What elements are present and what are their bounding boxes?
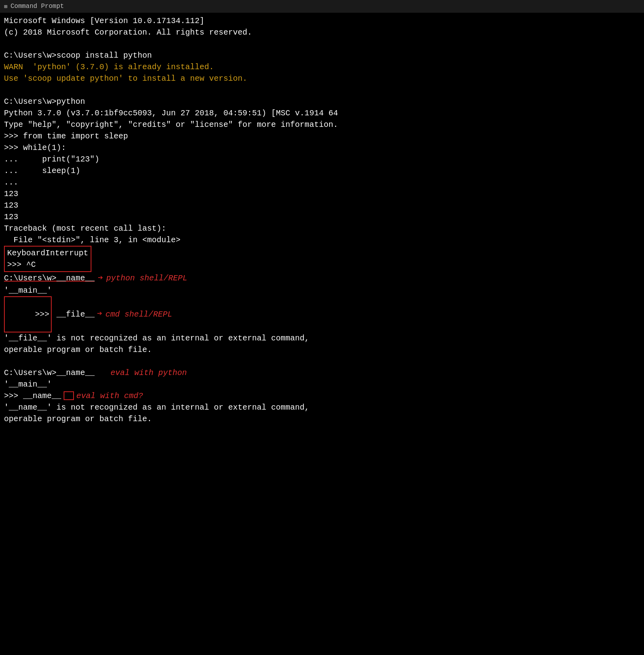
keyboard-interrupt-text: KeyboardInterrupt (7, 249, 88, 258)
blank-after-file (4, 356, 640, 367)
console-output: Microsoft Windows [Version 10.0.17134.11… (0, 13, 644, 427)
file-not-recognized: '__file__' is not recognized as an inter… (4, 332, 640, 344)
titlebar-title: Command Prompt (10, 3, 64, 10)
copyright-line: (c) 2018 Microsoft Corporation. All righ… (4, 27, 640, 38)
cmd-repl-annotation: cmd shell/REPL (105, 309, 172, 320)
name-cmd-text: C:\Users\w>__name__ (4, 272, 95, 284)
blank2 (4, 84, 640, 96)
warn2-line: Use 'scoop update python' to install a n… (4, 73, 640, 84)
ellipsis-line: ... (4, 177, 640, 188)
out1-line: 123 (4, 188, 640, 200)
keyboard-interrupt-block: KeyboardInterrupt >>> ^C (4, 246, 91, 272)
blank1 (4, 38, 640, 50)
scoop-cmd-line: C:\Users\w>scoop install python (4, 50, 640, 61)
titlebar: ⊞ Command Prompt (0, 0, 644, 13)
operable1-line: operable program or batch file. (4, 344, 640, 356)
while1-line: >>> while(1): (4, 142, 640, 154)
file-prompt-text: __file__ (52, 309, 95, 320)
version-line: Microsoft Windows [Version 10.0.17134.11… (4, 15, 640, 27)
main-output2: '__main__' (4, 379, 640, 390)
eval-python-annotation: eval with python (111, 367, 187, 379)
cmd-icon: ⊞ (4, 3, 7, 10)
right-arrow-icon2: ➔ (97, 308, 102, 321)
file-arrow-row: >>> __file__ ➔ cmd shell/REPL (4, 296, 640, 332)
python-cmd-line: C:\Users\w>python (4, 96, 640, 107)
warn1-line: WARN 'python' (3.7.0) is already install… (4, 61, 640, 73)
sleep-line: ... sleep(1) (4, 165, 640, 177)
print-line: ... print("123") (4, 154, 640, 165)
name-cmd2-row: C:\Users\w>__name__ eval with python (4, 367, 640, 379)
main-output1: '__main__' (4, 285, 640, 296)
ctrl-c-text: >>> ^C (7, 260, 36, 269)
file-prompt-box-text: >>> (35, 310, 49, 319)
shell-repl-annotation: python shell/REPL (106, 272, 187, 284)
file-line: File "<stdin>", line 3, in <module> (4, 234, 640, 246)
name-arrow-row: C:\Users\w>__name__ ➔ python shell/REPL (4, 272, 640, 285)
file-box: >>> (4, 296, 52, 332)
out3-line: 123 (4, 211, 640, 223)
name-prompt-text: >>> __name__ (4, 390, 61, 402)
python-ver-line: Python 3.7.0 (v3.7.0:1bf9cc5093, Jun 27 … (4, 107, 640, 119)
name-prompt-row: >>> __name__ eval with cmd? (4, 390, 640, 402)
traceback-line: Traceback (most recent call last): (4, 223, 640, 234)
out2-line: 123 (4, 200, 640, 211)
eval-cmd-annotation: eval with cmd? (76, 390, 143, 402)
name-not-recognized: '__name__' is not recognized as an inter… (4, 402, 640, 413)
small-box-icon (64, 391, 74, 400)
name-cmd2-text: C:\Users\w>__name__ (4, 367, 95, 379)
python-help-line: Type "help", "copyright", "credits" or "… (4, 119, 640, 130)
operable2-line: operable program or batch file. (4, 413, 640, 425)
import-sleep-line: >>> from time import sleep (4, 130, 640, 142)
right-arrow-icon: ➔ (98, 272, 103, 285)
